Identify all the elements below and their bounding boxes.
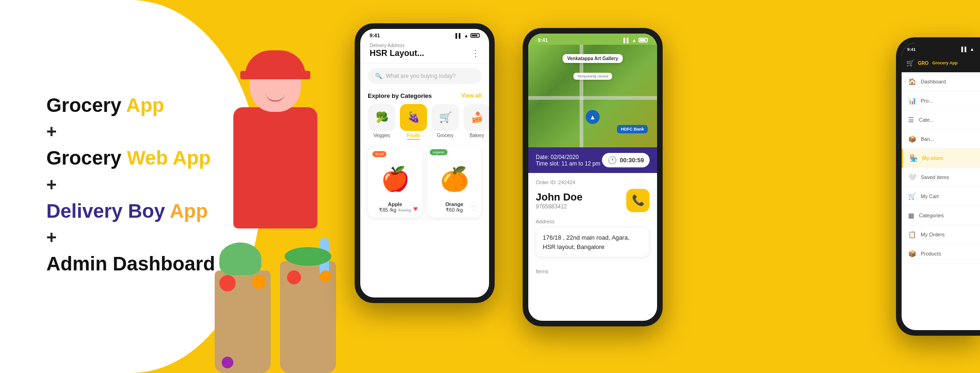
phone3-logo-text: GRO	[918, 61, 929, 66]
phone1-time: 9:41	[370, 33, 380, 38]
phone3-status-bar: 9:41 ▌▌▲	[902, 43, 980, 54]
my-orders-label: My Orders	[921, 232, 945, 237]
nav-item-products[interactable]: 📦 Products	[902, 244, 980, 263]
search-icon: 🔍	[375, 73, 382, 79]
bakery-label: Bakery	[469, 133, 484, 138]
phone2-countdown-timer: 🕐 00:30:59	[602, 153, 650, 167]
phone1-view-all[interactable]: View all	[461, 92, 482, 99]
person-figure	[201, 47, 350, 373]
fruits-label: Fruits	[407, 133, 420, 140]
phone2-shell: 9:41 ▌▌▲ Venkatappa Art Gallery Temporar…	[523, 28, 663, 326]
phone2-status-bar: 9:41 ▌▌▲	[528, 34, 657, 45]
saved-items-icon: 🤍	[908, 173, 916, 181]
phone1-status-bar: 9:41 ▌▌▲	[360, 29, 489, 40]
phone3-container: 9:41 ▌▌▲ 🛒 GRO Grocery App 🏠 Dashboard 📊…	[896, 37, 980, 336]
phone3-status-icons: ▌▌▲	[961, 47, 974, 52]
phone2-screen: 9:41 ▌▌▲ Venkatappa Art Gallery Temporar…	[528, 34, 657, 321]
veggies-icon: 🥦	[368, 104, 395, 131]
product-orange[interactable]: organic 🍊 Orange ₹60 /kg ♡	[427, 146, 482, 218]
phone3-logo-icon: 🛒	[906, 59, 914, 67]
veggies-label: Veggies	[373, 133, 390, 138]
phone2-container: 9:41 ▌▌▲ Venkatappa Art Gallery Temporar…	[523, 28, 663, 326]
grocery-web-text: Grocery	[46, 147, 121, 169]
phone2-customer-name: John Doe	[536, 191, 582, 203]
banner-icon: 📦	[908, 135, 916, 143]
phone2-customer-phone: 9765883412	[536, 203, 582, 210]
categories-label: Categories	[919, 213, 944, 218]
phone1-address-value: HSR Layout...	[370, 48, 424, 58]
category-bakery[interactable]: 🍰 Bakery	[463, 104, 489, 140]
delivery-person	[196, 37, 355, 373]
phone1-container: 9:41 ▌▌▲ Delivery Address HSR Layout... …	[355, 23, 495, 303]
phone2-time: 9:41	[538, 37, 548, 43]
nav-item-categories-top[interactable]: ☰ Cate...	[902, 111, 980, 130]
nav-item-categories[interactable]: ▦ Categories	[902, 206, 980, 225]
nav-item-products-top[interactable]: 📊 Pro...	[902, 91, 980, 111]
bag-right	[280, 261, 336, 373]
nav-item-my-cart[interactable]: 🛒 My Cart	[902, 187, 980, 206]
timer-value: 00:30:59	[620, 157, 644, 164]
categories-top-icon: ☰	[908, 116, 914, 124]
apple-price: ₹85 /kg ₹20/kg	[372, 207, 418, 213]
product-apple[interactable]: % off 🍎 Apple ₹85 /kg ₹20/kg ♥	[368, 146, 422, 218]
nav-item-saved-items[interactable]: 🤍 Saved items	[902, 168, 980, 187]
phone3-screen: 9:41 ▌▌▲ 🛒 GRO Grocery App 🏠 Dashboard 📊…	[902, 43, 980, 330]
phone2-map: Venkatappa Art Gallery Temporarily close…	[528, 45, 657, 147]
nav-item-my-orders[interactable]: 📋 My Orders	[902, 225, 980, 244]
saved-items-label: Saved items	[921, 174, 949, 180]
phone2-order-id: Order ID: 242424	[536, 180, 650, 185]
admin-dashboard-text: Admin Dashboard	[46, 253, 215, 275]
phone2-items-label: Items	[536, 263, 650, 274]
map-nav-arrow: ▲	[586, 110, 600, 124]
dashboard-label: Dashboard	[921, 79, 946, 84]
fruits-icon: 🍇	[400, 104, 427, 131]
phone3-logo-full: Grocery App	[932, 61, 958, 65]
phone1-address-label: Delivery Address	[370, 43, 480, 48]
my-cart-label: My Cart	[921, 193, 939, 199]
nav-item-dashboard[interactable]: 🏠 Dashboard	[902, 72, 980, 91]
category-grocery[interactable]: 🛒 Grocery	[431, 104, 459, 140]
category-veggies[interactable]: 🥦 Veggies	[368, 104, 396, 140]
phone3-header: 🛒 GRO Grocery App	[902, 54, 980, 72]
phone1-categories-list: 🥦 Veggies 🍇 Fruits 🛒 Grocery 🍰 Bakery	[360, 102, 489, 142]
phone2-customer-row: John Doe 9765883412 📞	[536, 189, 650, 212]
phone1-menu-dots[interactable]: ⋮	[471, 48, 480, 58]
nav-item-banner[interactable]: 📦 Ban...	[902, 130, 980, 149]
phone2-address-section: Address 176/18 , 22nd main road, Agara,H…	[536, 219, 650, 257]
orange-image: 🍊	[436, 160, 473, 198]
nav-item-my-store[interactable]: 🏪 My store	[902, 149, 980, 168]
apple-heart-icon[interactable]: ♥	[413, 205, 418, 213]
phone2-status-icons: ▌▌▲	[623, 38, 648, 43]
categories-top-label: Cate...	[919, 117, 934, 123]
phone1-header: Delivery Address HSR Layout... ⋮	[360, 40, 489, 63]
phone1-section-title: Explore by Categories	[368, 92, 432, 99]
plus3: +	[46, 228, 215, 248]
bakery-icon: 🍰	[463, 104, 489, 131]
banner-label: Ban...	[921, 136, 934, 142]
phone1-shell: 9:41 ▌▌▲ Delivery Address HSR Layout... …	[355, 23, 495, 303]
heading-line3: Delivery Boy App	[46, 200, 215, 223]
phone2-address-value: 176/18 , 22nd main road, Agara,HSR layou…	[536, 227, 650, 257]
app-text-yellow: App	[126, 94, 164, 116]
phone1-search-bar[interactable]: 🔍 What are you buying today?	[368, 68, 482, 84]
apple-name: Apple	[372, 201, 418, 207]
map-temporarily-closed: Temporarily closed	[574, 73, 612, 80]
category-fruits[interactable]: 🍇 Fruits	[399, 104, 427, 140]
my-orders-icon: 📋	[908, 231, 916, 238]
phone2-timer-bar: Date: 02/04/2020 Time slot: 11 am to 12 …	[528, 147, 657, 173]
phone2-date-time: Date: 02/04/2020 Time slot: 11 am to 12 …	[536, 154, 600, 167]
timer-clock-icon: 🕐	[608, 156, 617, 165]
products-icon: 📦	[908, 250, 916, 257]
bag-left	[215, 270, 271, 373]
phone1-search-placeholder: What are you buying today?	[386, 73, 455, 79]
heading-line1: Grocery App	[46, 94, 215, 117]
orange-wishlist-icon[interactable]: ♡	[470, 204, 477, 213]
phone1-screen: 9:41 ▌▌▲ Delivery Address HSR Layout... …	[360, 29, 489, 297]
orange-organic-badge: organic	[430, 149, 448, 155]
phone3-shell: 9:41 ▌▌▲ 🛒 GRO Grocery App 🏠 Dashboard 📊…	[896, 37, 980, 336]
call-icon: 📞	[632, 194, 644, 207]
heading-line4: Admin Dashboard	[46, 252, 215, 276]
phone2-call-button[interactable]: 📞	[626, 189, 650, 212]
apple-image: 🍎	[377, 160, 414, 198]
phone1-categories-header: Explore by Categories View all	[360, 89, 489, 102]
